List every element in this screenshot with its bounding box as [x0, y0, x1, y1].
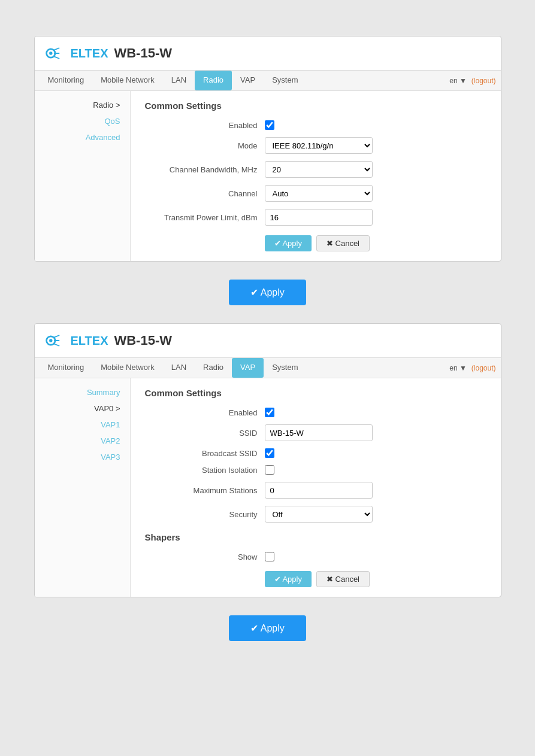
panel1-navbar: Monitoring Mobile Network LAN Radio VAP …	[35, 71, 501, 91]
panel1-nav-right: en ▼ (logout)	[449, 72, 495, 90]
panel2-device-title: WB-15-W	[114, 333, 172, 348]
panel1-cancel-button[interactable]: ✖ Cancel	[316, 235, 370, 251]
shapers-title: Shapers	[145, 532, 486, 542]
checkbox2-show[interactable]	[265, 552, 274, 561]
form2-row-broadcast: Broadcast SSID	[145, 448, 486, 458]
checkbox-enabled[interactable]	[265, 120, 274, 130]
logo-text: ELTEX	[71, 47, 108, 60]
panel1-header: ELTEX WB-15-W	[35, 37, 501, 71]
sidebar2-summary[interactable]: Summary	[35, 384, 130, 400]
panel1-nav-items: Monitoring Mobile Network LAN Radio VAP …	[40, 71, 450, 90]
form-row-power: Transmit Power Limit, dBm	[145, 209, 486, 226]
panel2-cancel-button[interactable]: ✖ Cancel	[316, 571, 370, 587]
eltex-logo-icon	[44, 42, 66, 64]
panel2-btn-row: ✔ Apply ✖ Cancel	[145, 571, 486, 587]
form-row-bandwidth: Channel Bandwidth, MHz 20 40	[145, 161, 486, 178]
standalone-apply-button-1[interactable]: ✔ Apply	[229, 280, 306, 305]
panel2-body: Summary VAP0 > VAP1 VAP2 VAP3 Common Set…	[35, 378, 501, 597]
logout-link-2[interactable]: (logout)	[471, 364, 496, 372]
sidebar-advanced[interactable]: Advanced	[35, 129, 130, 145]
standalone-apply-button-2[interactable]: ✔ Apply	[229, 615, 306, 641]
form2-row-security: Security Off WEP WPA Personal WPA Enterp…	[145, 506, 486, 523]
nav2-lan[interactable]: LAN	[163, 358, 195, 378]
panel2-section-title: Common Settings	[145, 388, 486, 398]
form2-row-show: Show	[145, 552, 486, 561]
label2-ssid: SSID	[145, 429, 265, 438]
nav-monitoring[interactable]: Monitoring	[40, 71, 93, 90]
nav-lan[interactable]: LAN	[163, 71, 195, 90]
nav2-vap[interactable]: VAP	[232, 358, 264, 378]
logout-link[interactable]: (logout)	[471, 77, 496, 85]
radio-panel: ELTEX WB-15-W Monitoring Mobile Network …	[34, 36, 501, 262]
svg-line-4	[54, 56, 59, 59]
lang-selector[interactable]: en ▼	[449, 77, 467, 85]
panel2-apply-button[interactable]: ✔ Apply	[265, 571, 312, 587]
panel2-header: ELTEX WB-15-W	[35, 324, 501, 358]
svg-point-1	[49, 51, 52, 54]
input-maxstations[interactable]	[265, 482, 373, 499]
checkbox2-isolation[interactable]	[265, 465, 274, 475]
label2-enabled: Enabled	[145, 408, 265, 417]
panel2-navbar: Monitoring Mobile Network LAN Radio VAP …	[35, 358, 501, 378]
nav-radio[interactable]: Radio	[195, 71, 232, 90]
nav2-mobile-network[interactable]: Mobile Network	[92, 358, 163, 378]
input-ssid[interactable]	[265, 424, 373, 441]
sidebar2-vap1[interactable]: VAP1	[35, 417, 130, 433]
label-enabled: Enabled	[145, 121, 265, 130]
form2-row-enabled: Enabled	[145, 408, 486, 417]
nav2-system[interactable]: System	[264, 358, 306, 378]
panel1-main: Common Settings Enabled Mode IEEE 802.11…	[131, 91, 501, 261]
form-row-mode: Mode IEEE 802.11b/g/n IEEE 802.11a/n IEE…	[145, 137, 486, 154]
nav-vap[interactable]: VAP	[232, 71, 264, 90]
select-channel[interactable]: Auto 1234 5678 91011	[265, 185, 373, 202]
panel2-main: Common Settings Enabled SSID Broadcast S…	[131, 378, 501, 597]
logo-area-2: ELTEX	[44, 330, 108, 351]
svg-line-7	[54, 335, 59, 338]
form2-row-ssid: SSID	[145, 424, 486, 441]
nav-system[interactable]: System	[264, 71, 306, 90]
select-bandwidth[interactable]: 20 40	[265, 161, 373, 178]
panel2-sidebar: Summary VAP0 > VAP1 VAP2 VAP3	[35, 378, 131, 597]
label-channel: Channel	[145, 189, 265, 198]
sidebar2-vap2[interactable]: VAP2	[35, 433, 130, 449]
svg-point-6	[49, 339, 52, 342]
label2-security: Security	[145, 510, 265, 519]
nav2-monitoring[interactable]: Monitoring	[40, 358, 93, 378]
eltex-logo-icon-2	[44, 330, 66, 351]
form2-row-isolation: Station Isolation	[145, 465, 486, 475]
label2-isolation: Station Isolation	[145, 466, 265, 475]
form2-row-maxstations: Maximum Stations	[145, 482, 486, 499]
vap-panel: ELTEX WB-15-W Monitoring Mobile Network …	[34, 323, 501, 597]
nav2-radio[interactable]: Radio	[195, 358, 232, 378]
label-power: Transmit Power Limit, dBm	[145, 213, 265, 222]
input-power[interactable]	[265, 209, 373, 226]
select-mode[interactable]: IEEE 802.11b/g/n IEEE 802.11a/n IEEE 802…	[265, 137, 373, 154]
label2-broadcast: Broadcast SSID	[145, 449, 265, 458]
logo-area: ELTEX	[44, 42, 108, 64]
select-security[interactable]: Off WEP WPA Personal WPA Enterprise	[265, 506, 373, 523]
sidebar2-vap3[interactable]: VAP3	[35, 449, 130, 465]
label-mode: Mode	[145, 141, 265, 150]
panel1-body: Radio > QoS Advanced Common Settings Ena…	[35, 91, 501, 261]
sidebar-radio[interactable]: Radio >	[35, 97, 130, 113]
sidebar-qos[interactable]: QoS	[35, 113, 130, 129]
label-bandwidth: Channel Bandwidth, MHz	[145, 165, 265, 174]
svg-line-9	[54, 344, 59, 346]
sidebar2-vap0[interactable]: VAP0 >	[35, 400, 130, 417]
panel1-apply-button[interactable]: ✔ Apply	[265, 235, 312, 251]
panel2-nav-right: en ▼ (logout)	[449, 359, 495, 377]
label2-show: Show	[145, 552, 265, 561]
checkbox2-broadcast[interactable]	[265, 448, 274, 458]
form-row-channel: Channel Auto 1234 5678 91011	[145, 185, 486, 202]
svg-line-2	[54, 48, 59, 50]
panel1-device-title: WB-15-W	[114, 45, 172, 61]
nav-mobile-network[interactable]: Mobile Network	[92, 71, 163, 90]
label2-maxstations: Maximum Stations	[145, 486, 265, 495]
panel1-btn-row: ✔ Apply ✖ Cancel	[145, 235, 486, 251]
panel1-sidebar: Radio > QoS Advanced	[35, 91, 131, 261]
panel1-section-title: Common Settings	[145, 101, 486, 111]
lang-selector-2[interactable]: en ▼	[449, 364, 467, 372]
logo-text-2: ELTEX	[71, 334, 108, 348]
panel2-nav-items: Monitoring Mobile Network LAN Radio VAP …	[40, 358, 450, 378]
checkbox2-enabled[interactable]	[265, 408, 274, 417]
